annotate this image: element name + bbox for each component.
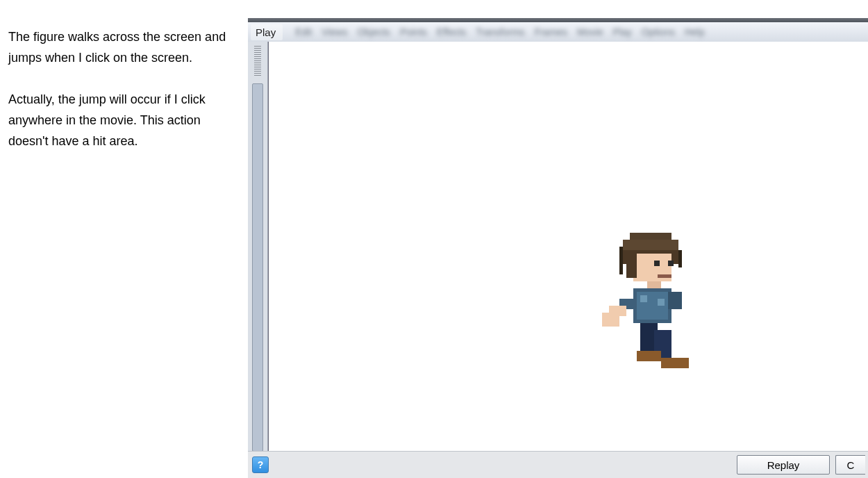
svg-rect-6 <box>668 261 674 266</box>
svg-rect-16 <box>602 313 619 327</box>
svg-rect-7 <box>658 274 671 278</box>
menu-blurred-items: Edit Views Objects Points Effects Transf… <box>283 22 868 42</box>
explainer-text: The figure walks across the screen and j… <box>0 0 248 478</box>
svg-rect-12 <box>640 295 647 302</box>
svg-rect-20 <box>637 351 661 361</box>
left-gutter <box>248 42 268 452</box>
svg-rect-9 <box>647 281 661 288</box>
close-button[interactable]: C <box>835 455 865 475</box>
svg-rect-23 <box>678 250 682 267</box>
workspace <box>248 42 868 452</box>
menu-bar: Play Edit Views Objects Points Effects T… <box>248 22 868 42</box>
bottom-bar: ? Replay C <box>248 451 868 478</box>
embedded-app-window: Play Edit Views Objects Points Effects T… <box>248 18 868 478</box>
gutter-grip-icon <box>254 46 261 76</box>
movie-canvas[interactable] <box>268 42 868 452</box>
svg-rect-5 <box>654 261 660 266</box>
explainer-paragraph-1: The figure walks across the screen and j… <box>8 26 241 68</box>
svg-rect-22 <box>619 247 623 274</box>
replay-button[interactable]: Replay <box>737 455 830 475</box>
svg-rect-13 <box>658 299 665 306</box>
menu-play[interactable]: Play <box>251 24 283 40</box>
explainer-paragraph-2: Actually, the jump will occur if I click… <box>8 89 241 151</box>
svg-rect-17 <box>668 292 682 309</box>
svg-rect-21 <box>661 358 689 368</box>
gutter-track[interactable] <box>252 83 263 452</box>
svg-rect-8 <box>626 254 637 278</box>
help-button[interactable]: ? <box>252 456 269 473</box>
walking-character-sprite <box>595 229 699 396</box>
